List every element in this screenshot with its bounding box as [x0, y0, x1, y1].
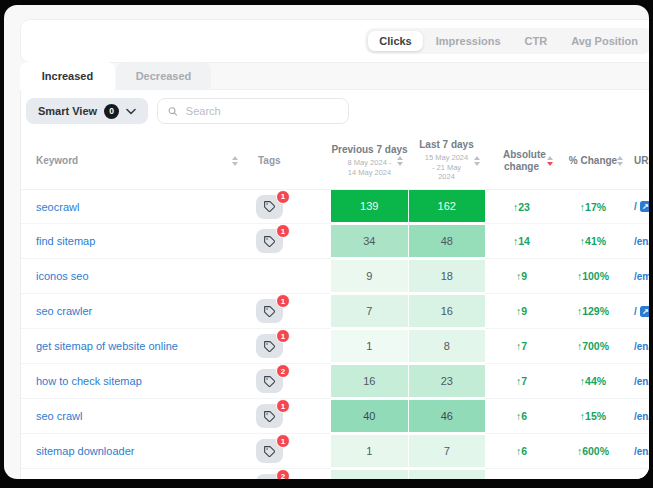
previous-value-cell: 16: [331, 364, 408, 399]
tag-icon: [263, 340, 276, 353]
url-link[interactable]: /en/: [634, 376, 649, 387]
keyword-link[interactable]: sitemap downloader: [36, 445, 134, 457]
url-link[interactable]: /en/: [634, 341, 649, 352]
metric-tab-avg-position[interactable]: Avg Position: [560, 31, 649, 51]
tag-count-badge: 1: [276, 224, 290, 238]
table-body: seocrawl 1 139 162 ↑23 ↑17% /↗ find site…: [21, 190, 649, 480]
sort-icon[interactable]: [474, 156, 480, 166]
keyword-link[interactable]: seocrawl: [36, 201, 79, 213]
metric-tab-impressions[interactable]: Impressions: [425, 31, 512, 51]
tag-count-badge: 1: [276, 329, 290, 343]
column-header-absolute-change: Absolute change: [485, 132, 558, 190]
absolute-change-value: ↑7: [485, 329, 558, 364]
table-header-row: Keyword Tags Previous 7 days 8 May 2024 …: [21, 132, 649, 190]
url-link[interactable]: /en/: [634, 411, 649, 422]
tag-button[interactable]: 1: [256, 195, 283, 219]
tag-button[interactable]: 1: [256, 299, 283, 323]
previous-value-cell: 4: [331, 469, 408, 480]
last-value-cell: 48: [408, 224, 485, 259]
keyword-link[interactable]: iconos seo: [36, 270, 89, 282]
tag-count-badge: 1: [276, 190, 290, 204]
tag-button[interactable]: 2: [256, 369, 283, 393]
table-row: how to see a sitemap 2 4 10 ↑6 ↑150% /en…: [21, 469, 649, 480]
keyword-link[interactable]: find sitemap: [36, 235, 95, 247]
absolute-change-value: ↑7: [485, 364, 558, 399]
filter-toolbar: Smart View 0: [26, 98, 349, 124]
tag-button[interactable]: 1: [256, 229, 283, 253]
tag-count-badge: 1: [276, 434, 290, 448]
keyword-link[interactable]: get sitemap of website online: [36, 340, 178, 352]
url-link[interactable]: /↗: [634, 306, 649, 317]
percent-change-value: ↑150%: [558, 469, 628, 480]
metric-switcher: Clicks Impressions CTR Avg Position: [365, 28, 649, 54]
url-cell: /en/: [628, 364, 649, 399]
sort-icon[interactable]: [617, 156, 623, 166]
search-input[interactable]: [184, 104, 338, 118]
last-value-cell: 162: [408, 190, 485, 224]
column-header-url: URL: [628, 132, 649, 190]
absolute-change-value: ↑9: [485, 259, 558, 294]
tab-increased[interactable]: Increased: [20, 62, 115, 90]
absolute-change-value: ↑6: [485, 399, 558, 434]
sort-icon-active-desc[interactable]: [547, 156, 553, 166]
tag-icon: [263, 445, 276, 458]
metric-tab-ctr[interactable]: CTR: [514, 31, 559, 51]
tag-button[interactable]: 1: [256, 404, 283, 428]
last-value-cell: 16: [408, 294, 485, 329]
smart-view-dropdown[interactable]: Smart View 0: [26, 98, 148, 124]
keyword-cell: seo crawl: [21, 399, 246, 434]
keyword-cell: find sitemap: [21, 224, 246, 259]
absolute-change-value: ↑23: [485, 190, 558, 224]
table-row: sitemap downloader 1 1 7 ↑6 ↑600% /en/: [21, 434, 649, 469]
url-text: /en/: [634, 411, 649, 422]
percent-change-value: ↑100%: [558, 259, 628, 294]
url-cell: /en/: [628, 469, 649, 480]
url-cell: /en/: [628, 399, 649, 434]
metric-tab-clicks[interactable]: Clicks: [368, 31, 422, 51]
url-text: /en/: [634, 341, 649, 352]
percent-change-value: ↑129%: [558, 294, 628, 329]
keyword-link[interactable]: how to check sitemap: [36, 375, 142, 387]
url-link[interactable]: /en/: [634, 236, 649, 247]
tags-cell: 2: [246, 469, 331, 480]
url-link[interactable]: /↗: [634, 201, 649, 212]
column-header-last-7-days: Last 7 days 15 May 2024 - 21 May 2024: [408, 132, 485, 190]
tags-cell: [246, 259, 331, 294]
tag-button[interactable]: 1: [256, 334, 283, 358]
tag-button[interactable]: 2: [256, 474, 283, 479]
url-link[interactable]: /en/: [634, 446, 649, 457]
keyword-link[interactable]: seo crawler: [36, 305, 92, 317]
sort-icon[interactable]: [397, 156, 403, 166]
last-value-cell: 7: [408, 434, 485, 469]
search-box[interactable]: [157, 98, 349, 124]
tag-button[interactable]: 1: [256, 439, 283, 463]
tab-decreased[interactable]: Decreased: [116, 62, 211, 90]
absolute-change-value: ↑6: [485, 469, 558, 480]
percent-change-value: ↑15%: [558, 399, 628, 434]
url-text: /: [634, 201, 637, 212]
keywords-table: Keyword Tags Previous 7 days 8 May 2024 …: [21, 132, 649, 479]
url-link[interactable]: /em: [634, 271, 649, 282]
search-icon: [168, 106, 178, 117]
keyword-cell: how to check sitemap: [21, 364, 246, 399]
last-value-cell: 23: [408, 364, 485, 399]
url-text: /en/: [634, 236, 649, 247]
previous-value-cell: 1: [331, 329, 408, 364]
tags-cell: 2: [246, 364, 331, 399]
chevron-down-icon: [126, 108, 136, 115]
url-cell: /en/: [628, 224, 649, 259]
keyword-cell: seo crawler: [21, 294, 246, 329]
url-cell: /↗: [628, 190, 649, 224]
last-7-days-label: Last 7 days: [408, 139, 485, 151]
tag-count-badge: 2: [276, 469, 290, 479]
url-cell: /↗: [628, 294, 649, 329]
tags-cell: 1: [246, 224, 331, 259]
table-row: how to check sitemap 2 16 23 ↑7 ↑44% /en…: [21, 364, 649, 399]
sort-icon[interactable]: [232, 156, 238, 166]
previous-value-cell: 40: [331, 399, 408, 434]
tag-icon: [263, 375, 276, 388]
keyword-link[interactable]: seo crawl: [36, 410, 82, 422]
tag-icon: [263, 200, 276, 213]
url-cell: /em: [628, 259, 649, 294]
table-row: iconos seo 9 18 ↑9 ↑100% /em: [21, 259, 649, 294]
